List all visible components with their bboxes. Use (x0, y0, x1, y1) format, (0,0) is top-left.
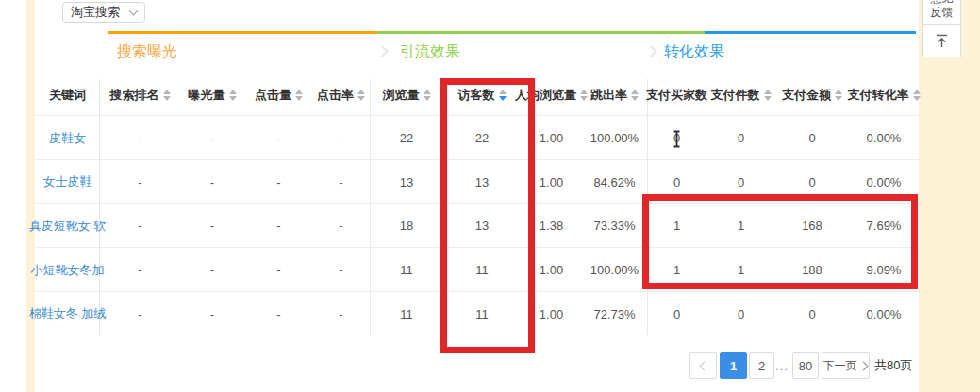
sort-icon (764, 90, 772, 101)
text-cursor-icon (672, 130, 682, 148)
chevron-left-icon (700, 361, 709, 370)
table-cell: 1 (706, 248, 775, 292)
column-header-0: 关键词 (34, 81, 101, 109)
sort-icon (913, 90, 921, 101)
keyword-link[interactable]: 真皮短靴女 软 (34, 204, 101, 248)
table-cell: 1.38 (521, 204, 582, 248)
pagination-page-80[interactable]: 80 (792, 352, 819, 379)
table-cell: - (101, 292, 179, 335)
chevron-down-icon (129, 6, 139, 15)
table-cell: - (245, 116, 312, 160)
table-cell: - (245, 248, 312, 292)
pagination-total: 共80页 (874, 352, 912, 379)
table-cell: - (179, 248, 245, 292)
sort-icon (163, 90, 171, 101)
table-cell: 0.00% (849, 116, 919, 160)
table-cell: 22 (370, 116, 443, 160)
column-header-label: 支付转化率 (848, 87, 909, 104)
back-to-top-icon (934, 33, 950, 49)
table-cell: 0 (775, 292, 849, 335)
table-cell: - (245, 204, 312, 248)
table-cell: - (245, 292, 312, 335)
column-header-4[interactable]: 点击率 (312, 81, 370, 109)
pagination-ellipsis: ... (775, 352, 789, 379)
table-cell: 0 (706, 160, 775, 204)
keyword-link[interactable]: 女士皮鞋 (34, 160, 101, 204)
sort-icon (357, 90, 365, 101)
pagination-page-2[interactable]: 2 (749, 352, 774, 379)
channel-select-value: 淘宝搜索 (71, 4, 120, 21)
feedback-label-line2: 反馈 (931, 6, 954, 20)
right-page-gutter (919, 0, 980, 392)
column-header-10[interactable]: 支付件数 (706, 81, 775, 109)
table-cell: 0 (647, 160, 706, 204)
column-header-2[interactable]: 曝光量 (179, 81, 245, 109)
back-to-top-button[interactable] (922, 24, 961, 57)
table-cell: 1 (706, 204, 775, 248)
group-underline-conversion-effect (705, 31, 916, 34)
next-page-label: 下一页 (823, 358, 857, 374)
table-cell: 11 (370, 248, 443, 292)
chevron-right-icon (858, 361, 868, 370)
table-cell: 1 (647, 248, 706, 292)
table-cell: - (179, 292, 245, 335)
table-cell: - (179, 204, 245, 248)
column-header-label: 支付金额 (782, 87, 831, 104)
keyword-link[interactable]: 小短靴女冬加 (34, 248, 101, 292)
table-cell: 0 (706, 116, 775, 160)
table-cell: 22 (443, 116, 521, 160)
column-header-11[interactable]: 支付金额 (775, 81, 849, 109)
table-cell: 1.00 (521, 292, 582, 335)
column-header-label: 搜索排名 (110, 87, 159, 104)
table-cell: 9.09% (849, 248, 919, 292)
column-header-5[interactable]: 浏览量 (370, 81, 443, 109)
column-header-6[interactable]: 访客数 (443, 81, 521, 109)
table-cell: - (101, 160, 179, 204)
table-cell: 0 (775, 116, 849, 160)
sort-icon (229, 90, 237, 101)
group-title-conversion-effect: 转化效果 (664, 42, 724, 62)
sort-icon (835, 90, 842, 101)
group-divider-icon (376, 45, 389, 57)
column-header-3[interactable]: 点击量 (245, 81, 312, 109)
sort-icon (499, 90, 507, 101)
table-cell: - (101, 248, 179, 292)
table-cell: - (179, 116, 245, 160)
sort-icon (631, 90, 639, 101)
table-cell: - (101, 204, 179, 248)
table-cell: 13 (443, 160, 521, 204)
table-cell: 100.00% (582, 116, 647, 160)
column-header-label: 访客数 (458, 87, 495, 104)
column-header-7[interactable]: 人均浏览量 (521, 81, 582, 109)
table-cell: 73.33% (582, 204, 647, 248)
table-cell: - (312, 116, 370, 160)
channel-select-dropdown[interactable]: 淘宝搜索 (62, 2, 145, 23)
table-cell: 168 (775, 204, 849, 248)
pagination-page-1[interactable]: 1 (720, 352, 747, 379)
feedback-button[interactable]: 意见 反馈 (922, 0, 961, 24)
column-header-12[interactable]: 支付转化率 (849, 81, 919, 109)
taobao-search-analytics-screen: 淘宝搜索 意见 反馈 搜索曝光 引流效果 转化效果 关键词搜索排名曝光量点击量点… (0, 0, 980, 392)
group-title-traffic-effect: 引流效果 (400, 42, 460, 62)
group-underline-search-exposure (108, 31, 377, 34)
table-cell: - (312, 292, 370, 335)
table-cell: 188 (775, 248, 849, 292)
column-header-label: 点击量 (255, 87, 291, 104)
keyword-link[interactable]: 棉鞋女冬 加绒 (34, 292, 101, 335)
table-cell: 0 (706, 292, 775, 335)
column-header-1[interactable]: 搜索排名 (101, 81, 179, 109)
sort-icon (295, 90, 303, 101)
group-underline-traffic-effect (377, 31, 705, 34)
keyword-link[interactable]: 皮鞋女 (34, 116, 101, 160)
group-divider-icon (645, 45, 657, 57)
table-cell: 0.00% (849, 292, 919, 335)
table-cell: 1.00 (521, 160, 582, 204)
table-cell: - (179, 160, 245, 204)
table-cell: 11 (370, 292, 443, 335)
pagination-next-button[interactable]: 下一页 (822, 352, 870, 379)
pagination-prev-button[interactable] (689, 352, 717, 379)
group-title-search-exposure: 搜索曝光 (117, 42, 177, 62)
table-cell: 7.69% (849, 204, 919, 248)
column-header-8[interactable]: 跳出率 (582, 81, 647, 109)
column-header-label: 人均浏览量 (515, 87, 576, 104)
